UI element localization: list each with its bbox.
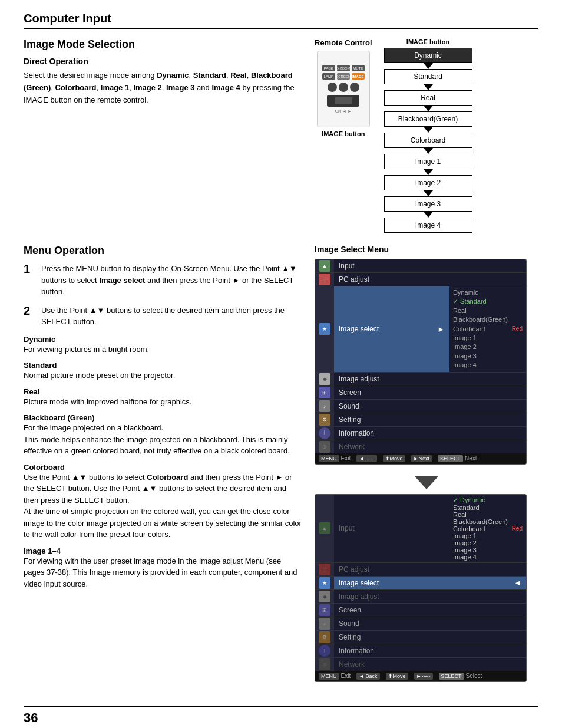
imageselect-icon-cell: ★	[315, 286, 334, 372]
menu-row-imageadjust: ◆ Image adjust	[315, 373, 526, 386]
screen-options	[449, 386, 526, 399]
menu2-setting-label: Setting	[334, 631, 526, 644]
menu2-pc-label: PC adjust	[334, 563, 526, 576]
menu2-network-icon: ⊙	[315, 658, 334, 671]
mode-real: Real	[384, 90, 472, 106]
mode-standard: Standard	[384, 69, 472, 84]
bottom-left: Menu Operation 1 Press the MENU button t…	[24, 245, 303, 694]
menu-screenshot-1: ▲ Input □ PC adjust	[315, 259, 527, 465]
mode-arrow-4	[424, 127, 433, 133]
bottom-section: Menu Operation 1 Press the MENU button t…	[24, 245, 538, 694]
mode-image3: Image 3	[384, 196, 472, 212]
menu-row-pcadjust: □ PC adjust	[315, 273, 526, 286]
menu2-network: ⊙ Network	[315, 658, 526, 671]
imageadjust-icon-cell: ◆	[315, 373, 334, 386]
menu2-network-label: Network	[334, 658, 526, 671]
menu2-imageselect: ★ Image select ◄	[315, 577, 526, 589]
mode-arrow-8	[424, 212, 433, 218]
menu2-input-label: Input	[334, 495, 449, 562]
menu-screenshot-2: ▲ Input ✓ Dynamic Standard Real Blackboa…	[315, 494, 527, 682]
mode-image2: Image 2	[384, 175, 472, 190]
menu2-footer: MENU Exit ◄ Back ⬆Move ►----- SELECT Sel…	[315, 671, 526, 681]
step2-num: 2	[24, 305, 35, 328]
menu2-screen: ⊞ Screen	[315, 604, 526, 617]
section1-title: Image Mode Selection	[24, 38, 303, 51]
mode-colorboard: Colorboard	[384, 133, 472, 148]
footer-menu-exit: MENU Exit	[319, 455, 351, 462]
footer2-dash: ►-----	[414, 673, 433, 680]
network-label: Network	[334, 440, 449, 453]
imageselect-label: Image select ►	[334, 286, 449, 372]
mode-arrow-6	[424, 169, 433, 175]
menu2-screen-label: Screen	[334, 604, 526, 617]
mode-arrow-2	[424, 84, 433, 90]
menu2-sound-icon: ♪	[315, 617, 334, 630]
menu-steps: 1 Press the MENU button to display the O…	[24, 263, 303, 328]
menu1-footer: MENU Exit ◄ ----- ⬆Move ►Next SELECT Nex…	[315, 453, 526, 464]
input-options	[449, 259, 526, 272]
screen-label: Screen	[334, 386, 449, 399]
info-icon-cell: i	[315, 427, 334, 440]
footer-select-next: SELECT Next	[438, 455, 477, 462]
mode-arrow-3	[424, 106, 433, 111]
mode-chain: IMAGE button Dynamic Standard Real Black…	[384, 38, 472, 233]
imageselect-options: Dynamic ✓ Standard Real Blackboard(Green…	[449, 286, 526, 372]
footer2-move: ⬆Move	[386, 673, 408, 680]
remote-control-image: Remote Control PAGE D.ZOOM MUTE LAMP SCR…	[315, 38, 372, 137]
step2-text: Use the Point ▲▼ buttons to select the d…	[41, 305, 303, 328]
mode-arrow-5	[424, 148, 433, 154]
desc-standard: Standard Normal picture mode preset on t…	[24, 361, 303, 381]
menu2-imageadjust: ◆ Image adjust	[315, 590, 526, 603]
menu-row-input: ▲ Input	[315, 259, 526, 272]
footer2-menu-exit: MENU Exit	[319, 673, 351, 680]
menu2-row-input: ▲ Input ✓ Dynamic Standard Real Blackboa…	[315, 495, 526, 562]
step-1: 1 Press the MENU button to display the O…	[24, 263, 303, 298]
menu-row-sound: ♪ Sound	[315, 400, 526, 413]
menu-row-info: i Information	[315, 427, 526, 440]
menu-row-screen: ⊞ Screen	[315, 386, 526, 399]
menu2-pc-icon: □	[315, 563, 334, 576]
menu2-imageadjust-icon: ◆	[315, 590, 334, 603]
menu2-input-icon: ▲	[315, 495, 334, 562]
menu-row-setting: ⚙ Setting	[315, 413, 526, 426]
mode-blackboard: Blackboard(Green)	[384, 111, 472, 127]
footer2-select: SELECT Select	[439, 673, 482, 680]
menu-row-imageselect: ★ Image select ► Dynamic ✓ Standard Real…	[315, 286, 526, 372]
setting-icon-cell: ⚙	[315, 413, 334, 426]
remote-area: Remote Control PAGE D.ZOOM MUTE LAMP SCR…	[315, 38, 472, 233]
top-section: Image Mode Selection Direct Operation Se…	[24, 38, 538, 233]
input-icon-cell: ▲	[315, 259, 334, 272]
setting-label: Setting	[334, 413, 449, 426]
menu-row-network: ⊙ Network	[315, 440, 526, 453]
bottom-right: Image Select Menu ▲ Input □ PC a	[315, 245, 538, 694]
menu2-pcadjust: □ PC adjust	[315, 563, 526, 576]
footer2-back: ◄ Back	[356, 673, 379, 680]
input-label: Input	[334, 259, 449, 272]
menu2-info: i Information	[315, 644, 526, 657]
footer-next: ►Next	[411, 455, 432, 462]
menu2-sound: ♪ Sound	[315, 617, 526, 630]
screen-icon-cell: ⊞	[315, 386, 334, 399]
menu2-imageselect-label: Image select ◄	[334, 577, 526, 589]
mode-arrow-7	[424, 190, 433, 196]
desc-colorboard: Colorboard Use the Point ▲▼ buttons to s…	[24, 463, 303, 541]
menu2-imageadjust-label: Image adjust	[334, 590, 526, 603]
remote-control-label: Remote Control	[315, 38, 372, 47]
network-options	[449, 440, 526, 453]
imageadjust-label: Image adjust	[334, 373, 449, 386]
page-header: Computer Input	[24, 12, 538, 29]
menu2-info-icon: i	[315, 644, 334, 657]
step-2: 2 Use the Point ▲▼ buttons to select the…	[24, 305, 303, 328]
info-options	[449, 427, 526, 440]
menu2-input-opts: ✓ Dynamic Standard Real Blackboard(Green…	[449, 495, 526, 562]
subsection1-title: Direct Operation	[24, 57, 303, 66]
sound-options	[449, 400, 526, 413]
menu2-imageselect-icon: ★	[315, 577, 334, 589]
left-column: Image Mode Selection Direct Operation Se…	[24, 38, 303, 233]
pcadjust-options	[449, 273, 526, 286]
remote-img-box: PAGE D.ZOOM MUTE LAMP SCREEN IMAGE	[317, 51, 370, 127]
step1-num: 1	[24, 263, 35, 298]
mode-chain-label: IMAGE button	[384, 38, 472, 45]
menu2-setting-icon: ⚙	[315, 631, 334, 644]
desc-dynamic: Dynamic For viewing pictures in a bright…	[24, 335, 303, 355]
